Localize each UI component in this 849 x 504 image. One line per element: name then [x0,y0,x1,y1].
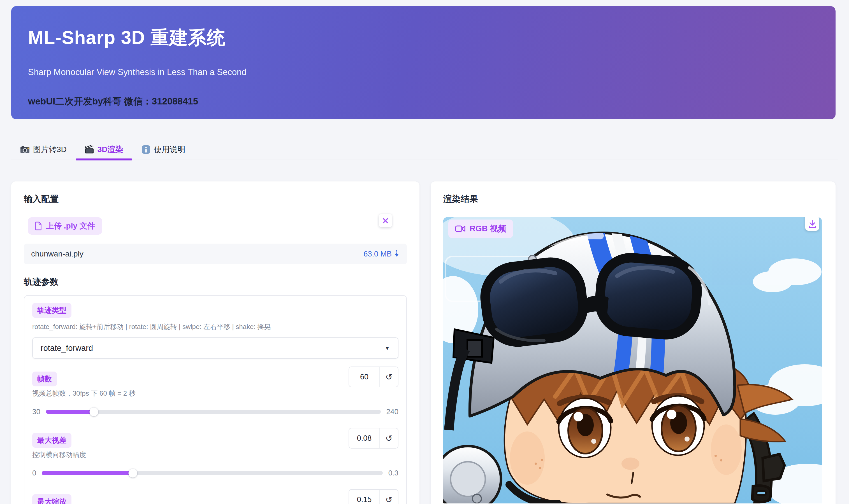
input-config-title: 输入配置 [24,193,407,205]
max-zoom-value-box: 0.15 ↺ [349,489,398,504]
file-size-label: 63.0 MB [363,250,392,258]
video-camera-icon [455,225,466,232]
frames-value-input[interactable]: 60 [349,367,379,387]
trajectory-help: rotate_forward: 旋转+前后移动 | rotate: 圆周旋转 |… [32,322,398,331]
video-frame-art [443,217,822,503]
file-name: chunwan-ai.ply [31,250,84,258]
document-icon [35,221,42,231]
slider-handle[interactable] [128,469,137,478]
download-arrow-icon [394,250,400,258]
header-banner: ML-Sharp 3D 重建系统 Sharp Monocular View Sy… [11,6,835,119]
file-download-link[interactable]: 63.0 MB [363,250,400,258]
max-parallax-slider[interactable] [42,471,382,475]
chevron-down-icon: ▼ [384,345,390,352]
render-result-title: 渲染结果 [443,193,823,205]
tab-instructions[interactable]: 使用说明 [132,139,194,160]
trajectory-selected-value: rotate_forward [41,344,93,353]
max-parallax-value-input[interactable]: 0.08 [349,428,379,448]
upload-area: 上传 .ply 文件 ✕ [24,217,407,235]
slider-fill [46,410,94,414]
page-byline: webUI二次开发by科哥 微信：312088415 [28,95,198,108]
slider-handle[interactable] [89,408,98,416]
trajectory-group: 轨迹类型 rotate_forward: 旋转+前后移动 | rotate: 圆… [24,295,407,504]
rgb-video-badge: RGB 视频 [448,219,513,238]
page-title: ML-Sharp 3D 重建系统 [28,25,226,50]
clear-file-button[interactable]: ✕ [379,214,392,227]
download-icon [808,219,816,229]
trajectory-section-title: 轨迹参数 [24,276,407,288]
frames-value-box: 60 ↺ [349,366,398,387]
frames-param: 帧数 60 ↺ 视频总帧数，30fps 下 60 帧 = 2 秒 30 240 [32,366,398,416]
clapperboard-icon [85,145,94,154]
frames-slider[interactable] [46,410,381,414]
tab-label: 图片转3D [33,144,67,155]
max-parallax-label: 最大视差 [32,433,71,448]
trajectory-type-label: 轨迹类型 [32,303,71,318]
input-config-panel: 输入配置 上传 .ply 文件 ✕ chunwan-ai.ply 63.0 MB… [11,181,419,504]
slider-min: 0 [32,469,36,478]
upload-label: 上传 .ply 文件 [46,221,95,231]
slider-max: 240 [386,408,398,416]
camera-icon [20,145,30,154]
slider-fill [42,471,133,475]
max-zoom-label: 最大缩放 [32,494,71,504]
max-parallax-help: 控制横向移动幅度 [32,450,398,459]
close-icon: ✕ [382,216,389,226]
max-parallax-slider-row: 0 0.3 [32,469,398,478]
max-zoom-reset-button[interactable]: ↺ [379,490,398,504]
rgb-badge-label: RGB 视频 [470,223,506,234]
max-parallax-value-box: 0.08 ↺ [349,428,398,449]
max-zoom-value-input[interactable]: 0.15 [349,490,379,504]
frames-slider-row: 30 240 [32,408,398,416]
frames-help: 视频总帧数，30fps 下 60 帧 = 2 秒 [32,389,398,398]
upload-ply-button[interactable]: 上传 .ply 文件 [28,217,102,235]
tab-label: 3D渲染 [98,144,123,155]
uploaded-file-row: chunwan-ai.ply 63.0 MB [24,244,407,264]
slider-min: 30 [32,408,40,416]
max-zoom-param: 最大缩放 0.15 ↺ 控制前后移动幅度 0 0.5 [32,489,398,504]
page-subtitle: Sharp Monocular View Synthesis in Less T… [28,67,246,77]
download-video-button[interactable] [805,217,819,231]
render-result-panel: 渲染结果 [431,181,835,504]
max-parallax-reset-button[interactable]: ↺ [379,428,398,448]
tab-label: 使用说明 [154,144,186,155]
app-root: ML-Sharp 3D 重建系统 Sharp Monocular View Sy… [0,0,849,504]
rgb-video-player[interactable]: RGB 视频 [443,217,822,503]
info-icon [141,145,151,154]
trajectory-type-select[interactable]: rotate_forward ▼ [32,337,398,359]
slider-max: 0.3 [388,469,398,478]
max-parallax-param: 最大视差 0.08 ↺ 控制横向移动幅度 0 0.3 [32,428,398,478]
tab-bar: 图片转3D 3D渲染 使用说明 [11,140,838,160]
frames-label: 帧数 [32,372,57,386]
frames-reset-button[interactable]: ↺ [379,367,398,387]
tab-image-to-3d[interactable]: 图片转3D [11,139,76,160]
tab-3d-render[interactable]: 3D渲染 [76,139,132,160]
